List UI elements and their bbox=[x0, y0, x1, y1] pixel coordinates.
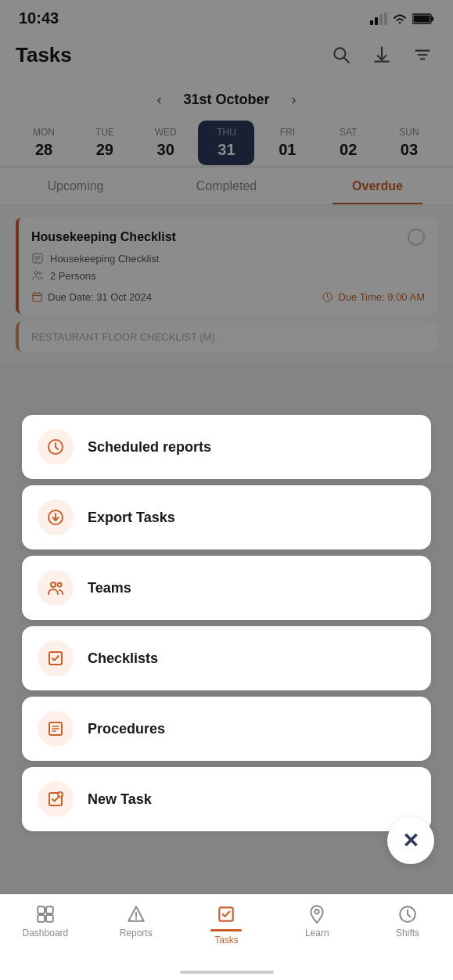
shifts-icon bbox=[397, 904, 418, 924]
learn-icon bbox=[307, 904, 327, 924]
dashboard-icon bbox=[35, 904, 56, 924]
scheduled-reports-icon bbox=[46, 438, 65, 456]
nav-shifts-label: Shifts bbox=[396, 928, 419, 939]
menu-item-teams[interactable]: Teams bbox=[22, 556, 431, 620]
nav-reports-label: Reports bbox=[120, 928, 153, 939]
close-menu-button[interactable]: ✕ bbox=[387, 817, 434, 864]
nav-tasks-label: Tasks bbox=[214, 935, 239, 946]
nav-tasks[interactable]: Tasks bbox=[182, 904, 272, 946]
bottom-nav: Dashboard Reports Tasks Learn Shifts bbox=[0, 894, 453, 980]
menu-item-scheduled-reports[interactable]: Scheduled reports bbox=[22, 415, 431, 479]
menu-item-export-tasks[interactable]: Export Tasks bbox=[22, 485, 431, 549]
export-tasks-label: Export Tasks bbox=[88, 510, 175, 526]
scheduled-reports-icon-circle bbox=[38, 429, 74, 465]
svg-point-26 bbox=[51, 582, 56, 587]
svg-point-24 bbox=[55, 446, 56, 448]
procedures-icon-circle bbox=[38, 711, 74, 747]
svg-rect-38 bbox=[46, 906, 53, 913]
close-icon: ✕ bbox=[402, 829, 419, 853]
teams-icon-circle bbox=[38, 570, 74, 606]
nav-shifts[interactable]: Shifts bbox=[362, 904, 453, 939]
teams-label: Teams bbox=[88, 580, 131, 596]
menu-item-checklists[interactable]: Checklists bbox=[22, 626, 431, 690]
nav-learn[interactable]: Learn bbox=[271, 904, 362, 939]
export-tasks-icon-circle bbox=[38, 499, 74, 535]
procedures-icon bbox=[46, 719, 65, 738]
nav-reports[interactable]: Reports bbox=[91, 904, 182, 939]
svg-rect-39 bbox=[38, 915, 45, 922]
teams-icon bbox=[46, 578, 65, 597]
menu-panel: Scheduled reports Export Tasks Teams bbox=[22, 415, 431, 831]
new-task-icon-circle bbox=[38, 781, 74, 817]
svg-point-42 bbox=[135, 918, 137, 920]
nav-dashboard-label: Dashboard bbox=[23, 928, 69, 939]
tasks-icon bbox=[216, 904, 236, 924]
new-task-icon bbox=[46, 790, 65, 809]
menu-item-new-task[interactable]: New Task bbox=[22, 767, 431, 831]
scheduled-reports-label: Scheduled reports bbox=[88, 439, 211, 456]
nav-tasks-indicator bbox=[210, 929, 242, 931]
nav-learn-label: Learn bbox=[305, 928, 329, 939]
new-task-label: New Task bbox=[88, 791, 152, 808]
procedures-label: Procedures bbox=[88, 721, 165, 737]
home-indicator bbox=[180, 971, 274, 974]
menu-item-procedures[interactable]: Procedures bbox=[22, 697, 431, 761]
svg-rect-40 bbox=[46, 915, 53, 922]
svg-rect-37 bbox=[38, 906, 45, 913]
checklists-icon-circle bbox=[38, 640, 74, 676]
svg-point-27 bbox=[58, 583, 62, 587]
svg-point-44 bbox=[315, 910, 319, 913]
checklists-label: Checklists bbox=[88, 650, 158, 667]
reports-icon bbox=[126, 904, 146, 924]
export-tasks-icon bbox=[46, 508, 65, 527]
checklists-icon bbox=[46, 649, 65, 668]
nav-dashboard[interactable]: Dashboard bbox=[0, 904, 91, 939]
